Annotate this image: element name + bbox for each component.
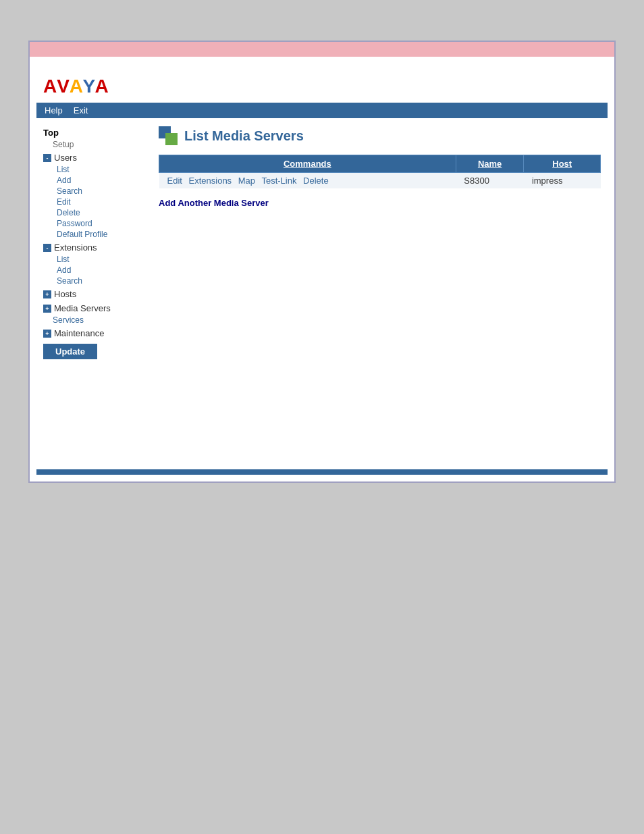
users-expand-icon: - [43,154,51,162]
sidebar-section-users[interactable]: - Users [43,151,142,164]
sidebar-maintenance-label: Maintenance [54,328,104,338]
table-row: Edit Extensions Map Test-Link Delete S83… [159,173,601,189]
browser-body: AVAYA Help Exit Top Setup - Users [30,57,614,481]
sidebar-users-password[interactable]: Password [43,218,142,229]
sidebar-users-search[interactable]: Search [43,186,142,197]
name-header: Name [456,155,524,173]
sidebar-top-link[interactable]: Top [43,126,142,139]
sidebar-users-label: Users [54,153,77,163]
sidebar-users-delete[interactable]: Delete [43,207,142,218]
sidebar-extensions-list[interactable]: List [43,254,142,265]
title-bar [30,42,614,57]
sidebar-users-default-profile[interactable]: Default Profile [43,229,142,240]
logo-letter-y: Y [82,76,95,97]
main-content: Top Setup - Users List Add Search Edit D… [36,118,608,469]
sidebar: Top Setup - Users List Add Search Edit D… [43,126,148,461]
row-host: impress [524,173,601,189]
media-servers-expand-icon: + [43,305,51,313]
sidebar-section-maintenance[interactable]: + Maintenance [43,327,142,340]
sidebar-extensions-search[interactable]: Search [43,276,142,286]
page-icon [159,126,178,145]
cmd-extensions[interactable]: Extensions [189,176,232,186]
logo-letter-a3: A [95,76,110,97]
browser-frame: AVAYA Help Exit Top Setup - Users [28,41,616,483]
logo-area: AVAYA [36,63,608,103]
host-header: Host [524,155,601,173]
sidebar-users-list[interactable]: List [43,164,142,175]
media-servers-table: Commands Name Host Edit Extensions Map [159,155,601,188]
footer-bar [36,469,608,475]
sidebar-setup-link[interactable]: Setup [43,139,142,150]
page-header: List Media Servers [159,126,601,145]
cmd-delete[interactable]: Delete [303,176,329,186]
logo-letter-v: V [57,76,70,97]
maintenance-expand-icon: + [43,330,51,338]
sidebar-hosts-label: Hosts [54,289,76,299]
page-icon-square2 [165,133,178,145]
logo-letter-a2: A [70,76,83,97]
row-commands: Edit Extensions Map Test-Link Delete [159,173,456,189]
sidebar-users-add[interactable]: Add [43,175,142,186]
sidebar-section-media-servers[interactable]: + Media Servers [43,302,142,315]
sidebar-media-servers-label: Media Servers [54,303,111,313]
add-media-server-link[interactable]: Add Another Media Server [159,198,269,208]
page-title: List Media Servers [184,128,304,144]
sidebar-extensions-label: Extensions [54,242,97,253]
sidebar-section-extensions[interactable]: - Extensions [43,241,142,254]
sidebar-extensions-add[interactable]: Add [43,265,142,276]
exit-link[interactable]: Exit [74,105,88,115]
sidebar-users-edit[interactable]: Edit [43,197,142,207]
logo-letter-a1: A [43,76,57,97]
sidebar-services-link[interactable]: Services [43,315,142,325]
cmd-test-link[interactable]: Test-Link [261,176,296,186]
commands-header: Commands [159,155,456,173]
hosts-expand-icon: + [43,290,51,298]
content-panel: List Media Servers Commands Name Host [148,126,601,461]
extensions-expand-icon: - [43,244,51,252]
row-name: S8300 [456,173,524,189]
help-link[interactable]: Help [45,105,63,115]
cmd-edit[interactable]: Edit [167,176,182,186]
outer-wrapper: AVAYA Help Exit Top Setup - Users [0,0,644,834]
avaya-logo: AVAYA [43,76,601,97]
top-nav: Help Exit [36,103,608,118]
update-button[interactable]: Update [43,344,97,359]
cmd-map[interactable]: Map [238,176,255,186]
sidebar-section-hosts[interactable]: + Hosts [43,288,142,301]
